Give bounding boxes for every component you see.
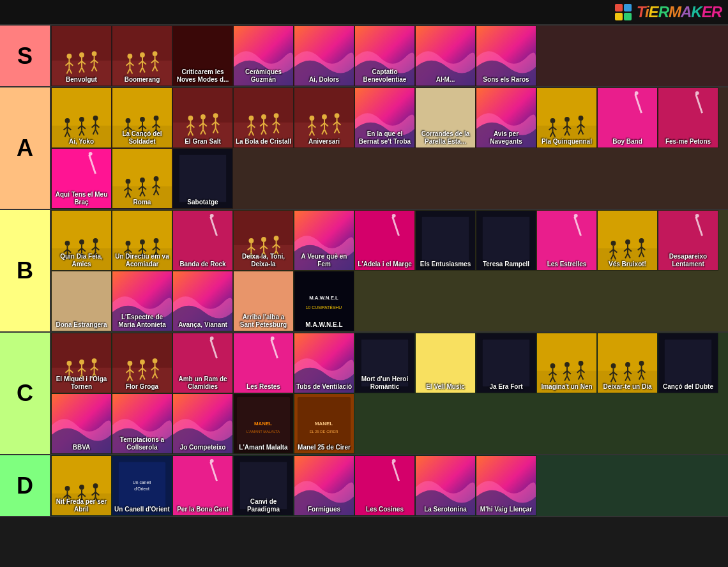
tier-item-manel-25[interactable]: MANEL EL 25 DE CIRER Manel 25 de Cirer (294, 393, 354, 454)
tier-item-aqui-tens[interactable]: Aquí Tens el Meu Braç (51, 148, 112, 209)
tier-item-criticarem[interactable]: Criticarem les Noves Modes d... (172, 26, 233, 86)
tier-item-directiu[interactable]: Un Directiu em va Acomiadar (112, 210, 172, 271)
tier-item-amb-ram[interactable]: Amb un Ram de Clamídies (172, 333, 233, 393)
svg-point-8 (79, 52, 84, 57)
tiermaker-logo: TiERMAKER (637, 3, 722, 21)
item-title-gran-salt: El Gran Salt (173, 137, 232, 147)
tier-item-mawnel[interactable]: M.A.W.N.E.L 10 CUMPATÉSHU M.A.W.N.E.L (294, 271, 354, 331)
tier-item-aniversari[interactable]: Aniversari (294, 87, 354, 148)
svg-rect-355 (483, 340, 529, 386)
tier-item-desapareix[interactable]: Desapareixo Lentament (658, 210, 718, 271)
tier-item-tubs-ventilacio[interactable]: Tubs de Ventilació (294, 333, 354, 393)
svg-point-140 (335, 113, 340, 118)
tier-item-avis-navegants[interactable]: Avís per Navegants (476, 87, 536, 148)
tier-items-S: Benvolgut (51, 26, 728, 86)
svg-point-245 (248, 238, 254, 243)
tier-item-cancao-soldadet[interactable]: La Cançó del Soldadet (112, 87, 172, 148)
tier-item-benvolgut[interactable]: Benvolgut (51, 26, 112, 86)
tier-item-jo-competeixo[interactable]: Jo Competeixo (172, 393, 233, 454)
tier-item-vell-music[interactable]: El Vell Music (415, 333, 476, 393)
svg-point-34 (153, 51, 158, 56)
tier-item-bola-cristall[interactable]: La Bola de Cristall (233, 87, 294, 148)
tier-row-D: D (0, 455, 728, 517)
tier-item-en-la-que[interactable]: En la que el Bernat se't Troba (354, 87, 415, 148)
tier-item-adela-marge[interactable]: L'Adela i el Marge (354, 210, 415, 271)
item-title-ai-dolors: Ai, Dolors (294, 75, 354, 86)
tier-item-banda-rock[interactable]: Banda de Rock (172, 210, 233, 271)
item-title-ves-bruixot: Vés Bruixot! (598, 259, 657, 270)
tier-item-nit-freda[interactable]: Nit Freda per ser Abril (51, 455, 112, 516)
tier-item-teresa-rampell[interactable]: Teresa Rampell (476, 210, 536, 271)
item-title-nit-freda: Nit Freda per ser Abril (52, 497, 111, 515)
tier-items-C: El Miquel i l'Olga Tornen (51, 333, 728, 454)
tier-item-canco-dubte[interactable]: Cançó del Dubte (658, 333, 718, 393)
tier-item-quin-dia[interactable]: Quin Dia Feia, Amics (51, 210, 112, 271)
tier-item-formigues[interactable]: Formigues (294, 455, 354, 516)
tier-item-deixa-la[interactable]: Deixa-la, Toni, Deixa-la (233, 210, 294, 271)
tier-item-miquel-olga[interactable]: El Miquel i l'Olga Tornen (51, 333, 112, 393)
tier-item-corrandes[interactable]: Corrandes de la Parella Esta... (415, 87, 476, 148)
tier-item-sons-rars[interactable]: Sons els Raros (476, 26, 536, 86)
tier-item-ai-dolors[interactable]: Ai, Dolors (294, 26, 354, 86)
item-title-boy-band: Boy Band (598, 137, 657, 147)
tier-item-serotonina[interactable]: La Serotonina (415, 455, 476, 516)
tier-item-canell-orient[interactable]: Un canell d'Orient Un Canell d'Orient (112, 455, 172, 516)
svg-point-222 (126, 241, 131, 246)
tier-item-deixar-te[interactable]: Deixar-te un Dia (597, 333, 658, 393)
tier-item-arriba-alba[interactable]: Arriba l'alba a Sant Petesburg (233, 271, 294, 331)
tier-item-al-m[interactable]: Al·M... (415, 26, 476, 86)
tier-label-B: B (0, 210, 51, 331)
item-title-flor-groga: Flor Groga (112, 382, 172, 393)
item-title-benvolgut: Benvolgut (52, 75, 111, 86)
item-title-temptacions: Temptacions a Collserola (112, 435, 172, 453)
svg-point-338 (153, 358, 158, 363)
tier-label-C: C (0, 333, 51, 454)
tier-item-les-cosines[interactable]: Les Cosines (354, 455, 415, 516)
tier-items-B: Quin Dia Feia, Amics (51, 210, 728, 331)
svg-point-186 (140, 178, 145, 183)
tier-item-les-restes[interactable]: Les Restes (233, 333, 294, 393)
tier-item-espectre[interactable]: L'Espectre de Maria Antonieta (112, 271, 172, 331)
tier-item-roma[interactable]: Roma (112, 148, 172, 209)
svg-point-80 (154, 116, 159, 121)
svg-point-128 (309, 116, 314, 121)
tier-item-captatio[interactable]: Captatio Benevolentiae (354, 26, 415, 86)
tier-item-les-estrelles[interactable]: Les Estrelles (536, 210, 597, 271)
tier-item-imagina-nen[interactable]: Imagina't un Nen (536, 333, 597, 393)
tier-item-dona-estrangera[interactable]: Dona Estrangera (51, 271, 112, 331)
svg-point-346 (210, 336, 214, 340)
tier-item-avanca-vianant[interactable]: Avança, Vianant (172, 271, 233, 331)
tier-item-entusiasme[interactable]: Els Entusiasmes (415, 210, 476, 271)
tier-item-boomerang[interactable]: Boomerang (112, 26, 172, 86)
tier-item-ves-bruixot[interactable]: Vés Bruixot! (597, 210, 658, 271)
tier-item-ceramiques[interactable]: Ceràmiques Guzmán (233, 26, 294, 86)
tier-item-fes-me-petons[interactable]: Fes-me Petons (658, 87, 718, 148)
svg-point-276 (611, 241, 616, 246)
item-title-cancao-soldadet: La Cançó del Soldadet (112, 129, 172, 147)
item-title-les-estrelles: Les Estrelles (537, 259, 596, 270)
item-title-entusiasme: Els Entusiasmes (416, 259, 475, 270)
tier-item-boy-band[interactable]: Boy Band (597, 87, 658, 148)
svg-point-88 (188, 116, 193, 121)
tier-item-sabotatge[interactable]: Sabotatge (172, 148, 233, 209)
tier-item-per-bona-gent[interactable]: Per la Bona Gent (172, 455, 233, 516)
svg-point-273 (574, 214, 578, 218)
tier-item-mort-heroi[interactable]: Mort d'un Heroi Romàntic (354, 333, 415, 393)
item-title-les-cosines: Les Cosines (355, 504, 414, 515)
tier-item-gran-salt[interactable]: El Gran Salt (172, 87, 233, 148)
tier-item-temptacions[interactable]: Temptacions a Collserola (112, 393, 172, 454)
tier-item-ja-era-fort[interactable]: Ja Era Fort (476, 333, 536, 393)
tier-item-bbva[interactable]: BBVA (51, 393, 112, 454)
item-title-a-veure: A Veure què en Fem (294, 252, 354, 270)
item-title-en-la-que: En la que el Bernat se't Troba (355, 129, 414, 147)
svg-point-332 (140, 359, 145, 365)
tier-item-lamant[interactable]: MANEL L'AMANT MALALTA L'Amant Malalta (233, 393, 294, 454)
tier-item-ai-yoko[interactable]: Ai, Yoko (51, 87, 112, 148)
tier-item-pla-quinquenna[interactable]: Pla Quinquennal (536, 87, 597, 148)
tier-item-canvi-paradigma[interactable]: Canvi de Paradigma (233, 455, 294, 516)
tier-item-a-veure[interactable]: A Veure què en Fem (294, 210, 354, 271)
svg-text:d'Orient: d'Orient (134, 487, 149, 491)
tier-item-flor-groga[interactable]: Flor Groga (112, 333, 172, 393)
item-title-boomerang: Boomerang (112, 75, 172, 86)
tier-item-mhi-vaig[interactable]: M'hi Vaig Llençar (476, 455, 536, 516)
